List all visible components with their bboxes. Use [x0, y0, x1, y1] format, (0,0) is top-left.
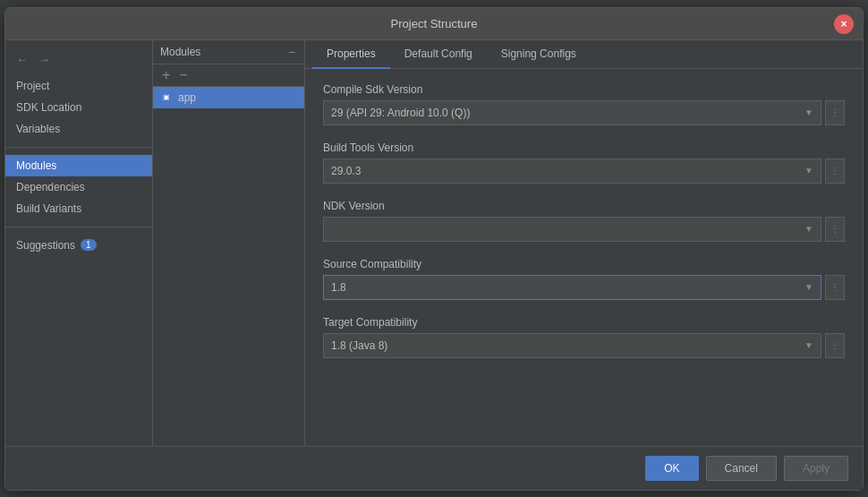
modules-header: Modules − [153, 40, 304, 64]
build-tools-version-label: Build Tools Version [323, 141, 845, 154]
target-compatibility-dropdown[interactable]: 1.8 (Java 8) ▼ [323, 333, 821, 358]
build-tools-version-group: Build Tools Version 29.0.3 ▼ ⋮ [323, 141, 845, 184]
dialog-title: Project Structure [391, 17, 478, 30]
sidebar-item-project[interactable]: Project [5, 75, 152, 97]
module-list: ▣ app [153, 87, 304, 446]
target-compatibility-group: Target Compatibility 1.8 (Java 8) ▼ ⋮ [323, 316, 845, 358]
compile-sdk-version-dropdown[interactable]: 29 (API 29: Android 10.0 (Q)) ▼ [323, 100, 821, 125]
sidebar-item-build-variants[interactable]: Build Variants [5, 198, 152, 219]
compile-sdk-version-arrow: ▼ [804, 107, 813, 117]
add-module-button[interactable]: + [160, 68, 172, 82]
tab-default-config[interactable]: Default Config [390, 40, 487, 69]
ndk-version-group: NDK Version ▼ ⋮ [323, 200, 845, 242]
ndk-version-label: NDK Version [323, 200, 845, 212]
module-item-app[interactable]: ▣ app [153, 87, 304, 108]
target-compatibility-label: Target Compatibility [323, 316, 845, 329]
ndk-version-arrow: ▼ [804, 224, 813, 234]
build-tools-version-side-btn[interactable]: ⋮ [825, 159, 845, 184]
back-arrow[interactable]: ← [13, 51, 31, 68]
remove-module-button[interactable]: − [177, 68, 189, 82]
sidebar-item-dependencies[interactable]: Dependencies [5, 176, 152, 198]
target-compatibility-side-btn[interactable]: ⋮ [825, 333, 845, 358]
tab-properties[interactable]: Properties [312, 40, 390, 69]
sidebar-nav: ← → [5, 47, 152, 72]
ndk-version-side-btn[interactable]: ⋮ [825, 217, 845, 242]
suggestions-badge: 1 [81, 239, 97, 251]
source-compatibility-label: Source Compatibility [323, 258, 845, 270]
module-icon-app: ▣ [160, 91, 173, 104]
ok-button[interactable]: OK [645, 456, 698, 481]
compile-sdk-version-group: Compile Sdk Version 29 (API 29: Android … [323, 83, 845, 125]
compile-sdk-version-label: Compile Sdk Version [323, 83, 845, 96]
title-bar: Project Structure × [5, 8, 863, 40]
module-toolbar: + − [153, 64, 304, 87]
source-compatibility-group: Source Compatibility 1.8 ▼ ⋮ [323, 258, 845, 300]
compile-sdk-version-row: 29 (API 29: Android 10.0 (Q)) ▼ ⋮ [323, 100, 845, 125]
modules-header-actions: − [286, 46, 297, 58]
ndk-version-row: ▼ ⋮ [323, 217, 845, 242]
sidebar: ← → Project SDK Location Variables Modul… [5, 40, 153, 446]
tabs-bar: Properties Default Config Signing Config… [305, 40, 863, 69]
sidebar-divider-2 [5, 227, 152, 227]
target-compatibility-arrow: ▼ [804, 340, 813, 350]
compile-sdk-version-side-btn[interactable]: ⋮ [825, 100, 845, 125]
ndk-version-dropdown[interactable]: ▼ [323, 217, 821, 242]
project-structure-dialog: Project Structure × ← → Project SDK Loca… [4, 7, 864, 491]
sidebar-divider [5, 147, 152, 148]
apply-button[interactable]: Apply [784, 456, 848, 481]
source-compatibility-side-btn[interactable]: ⋮ [825, 275, 845, 300]
sidebar-item-suggestions[interactable]: Suggestions 1 [5, 235, 152, 256]
sidebar-item-sdk-location[interactable]: SDK Location [5, 97, 152, 118]
modules-title: Modules [160, 46, 200, 58]
properties-content: Compile Sdk Version 29 (API 29: Android … [305, 69, 863, 446]
sidebar-item-variables[interactable]: Variables [5, 118, 152, 140]
modules-panel: Modules − + − ▣ app [153, 40, 305, 446]
tab-signing-configs[interactable]: Signing Configs [487, 40, 591, 69]
build-tools-version-arrow: ▼ [804, 166, 813, 176]
sidebar-item-modules[interactable]: Modules [5, 155, 152, 176]
build-tools-version-dropdown[interactable]: 29.0.3 ▼ [323, 159, 821, 184]
source-compatibility-dropdown[interactable]: 1.8 ▼ [323, 275, 821, 300]
source-compatibility-arrow: ▼ [804, 282, 813, 292]
footer: OK Cancel Apply [5, 446, 863, 490]
modules-collapse-button[interactable]: − [286, 46, 297, 58]
content-area: Properties Default Config Signing Config… [305, 40, 863, 446]
cancel-button[interactable]: Cancel [706, 456, 777, 481]
forward-arrow[interactable]: → [35, 51, 54, 68]
close-button[interactable]: × [834, 14, 854, 34]
build-tools-version-row: 29.0.3 ▼ ⋮ [323, 159, 845, 184]
source-compatibility-row: 1.8 ▼ ⋮ [323, 275, 845, 300]
main-body: ← → Project SDK Location Variables Modul… [5, 40, 863, 446]
target-compatibility-row: 1.8 (Java 8) ▼ ⋮ [323, 333, 845, 358]
